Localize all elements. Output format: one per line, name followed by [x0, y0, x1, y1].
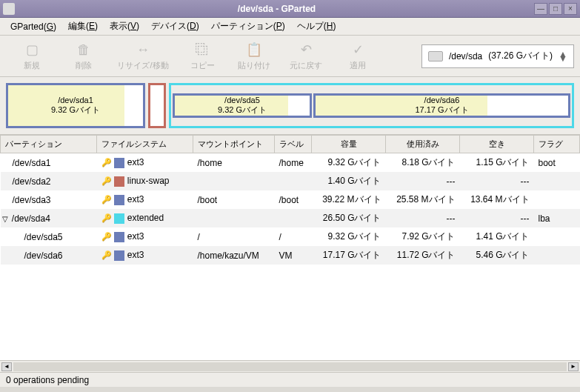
mount-point: /: [193, 227, 275, 246]
maximize-button[interactable]: □: [549, 3, 562, 15]
statusbar: 0 operations pending: [0, 372, 580, 387]
paste-button: 📋貼り付け: [228, 39, 280, 73]
device-name: /dev/sda: [449, 51, 482, 62]
size-value: 9.32 Gバイト: [312, 227, 386, 246]
header-filesystem[interactable]: ファイルシステム: [97, 136, 193, 153]
menu-gparted[interactable]: GParted(G): [6, 20, 61, 33]
partition-label: [275, 172, 312, 190]
fs-type: ext3: [127, 250, 144, 260]
partition-name: /dev/sda6: [24, 250, 63, 261]
partition-graphic: /dev/sda1 9.32 Gバイト /dev/sda5 9.32 Gバイト …: [0, 77, 580, 135]
used-value: ---: [386, 209, 460, 227]
check-icon: ✓: [349, 41, 367, 59]
flags-value: lba: [534, 209, 580, 227]
fs-color-swatch: [114, 250, 124, 261]
flags-value: [534, 172, 580, 190]
header-flags[interactable]: フラグ: [534, 136, 580, 153]
fs-color-swatch: [114, 232, 124, 242]
apply-button: ✓適用: [332, 39, 384, 73]
used-value: 25.58 Mバイト: [386, 190, 460, 209]
table-row[interactable]: /dev/sda5🔑 ext3//9.32 Gバイト7.92 Gバイト1.41 …: [1, 227, 580, 246]
resize-button: ↔リサイズ/移動: [110, 39, 176, 73]
table-header: パーティション ファイルシステム マウントポイント ラベル 容量 使用済み 空き…: [1, 136, 580, 153]
lock-icon: 🔑: [101, 213, 112, 222]
graphic-extended[interactable]: /dev/sda5 9.32 Gバイト /dev/sda6 17.17 Gバイト: [169, 83, 574, 128]
close-button[interactable]: ×: [564, 3, 577, 15]
menu-edit[interactable]: 編集(E): [64, 19, 102, 34]
horizontal-scrollbar[interactable]: ◄ ►: [0, 360, 580, 372]
size-value: 39.22 Mバイト: [312, 190, 386, 209]
fs-color-swatch: [114, 158, 124, 168]
disk-icon: [428, 51, 443, 62]
lock-icon: 🔑: [101, 158, 112, 167]
menu-view[interactable]: 表示(V): [105, 19, 144, 34]
graphic-sda6[interactable]: /dev/sda6 17.17 Gバイト: [313, 93, 570, 118]
table-row[interactable]: /dev/sda3🔑 ext3/boot/boot39.22 Mバイト25.58…: [1, 190, 580, 209]
titlebar: /dev/sda - GParted — □ ×: [0, 0, 580, 18]
menu-device[interactable]: デバイス(D): [147, 19, 204, 34]
fs-color-swatch: [114, 176, 124, 187]
partition-name: /dev/sda2: [13, 176, 51, 187]
graphic-sda1[interactable]: /dev/sda1 9.32 Gバイト: [6, 83, 145, 128]
table-row[interactable]: ▽ /dev/sda4🔑 extended26.50 Gバイト------lba: [1, 209, 580, 227]
paste-icon: 📋: [245, 41, 263, 59]
fs-color-swatch: [114, 195, 124, 205]
mount-point: /home/kazu/VM: [193, 246, 275, 265]
free-value: ---: [460, 172, 534, 190]
window-title: /dev/sda - GParted: [19, 4, 534, 14]
used-value: 11.72 Gバイト: [386, 246, 460, 265]
lock-icon: 🔑: [101, 195, 112, 204]
mount-point: /boot: [193, 190, 275, 209]
header-mountpoint[interactable]: マウントポイント: [193, 136, 275, 153]
partition-name: /dev/sda1: [13, 158, 51, 168]
flags-value: [534, 227, 580, 246]
menu-help[interactable]: ヘルプ(H): [293, 19, 341, 34]
header-free[interactable]: 空き: [460, 136, 534, 153]
copy-icon: ⿻: [193, 41, 211, 59]
trash-icon: 🗑: [75, 41, 93, 59]
lock-icon: 🔑: [101, 250, 112, 259]
size-value: 1.40 Gバイト: [312, 172, 386, 190]
scroll-track[interactable]: [13, 362, 567, 371]
free-value: 1.41 Gバイト: [460, 227, 534, 246]
used-value: ---: [386, 172, 460, 190]
graphic-swap[interactable]: [148, 83, 166, 128]
used-value: 8.18 Gバイト: [386, 153, 460, 173]
fs-type: extended: [127, 213, 164, 223]
menu-partition[interactable]: パーティション(P): [207, 19, 290, 34]
new-icon: ▢: [23, 41, 41, 59]
table-row[interactable]: /dev/sda6🔑 ext3/home/kazu/VMVM17.17 Gバイト…: [1, 246, 580, 265]
chevron-down-icon[interactable]: ▽: [2, 215, 10, 223]
partition-name: /dev/sda4: [12, 213, 50, 224]
minimize-button[interactable]: —: [534, 3, 547, 15]
mount-point: [193, 209, 275, 227]
resize-icon: ↔: [134, 41, 152, 59]
scroll-right-icon[interactable]: ►: [568, 362, 579, 371]
fs-type: ext3: [127, 157, 144, 167]
partition-label: /boot: [275, 190, 312, 209]
free-value: 5.46 Gバイト: [460, 246, 534, 265]
free-value: 1.15 Gバイト: [460, 153, 534, 173]
header-label[interactable]: ラベル: [275, 136, 312, 153]
mount-point: /home: [193, 153, 275, 173]
size-value: 17.17 Gバイト: [312, 246, 386, 265]
header-used[interactable]: 使用済み: [386, 136, 460, 153]
scroll-left-icon[interactable]: ◄: [1, 362, 12, 371]
lock-icon: 🔑: [101, 176, 112, 185]
table-row[interactable]: /dev/sda1🔑 ext3/home/home9.32 Gバイト8.18 G…: [1, 153, 580, 173]
graphic-sda5[interactable]: /dev/sda5 9.32 Gバイト: [173, 93, 312, 118]
fs-type: ext3: [127, 231, 144, 242]
undo-button: ↶元に戻す: [280, 39, 332, 73]
device-selector[interactable]: /dev/sda (37.26 Gバイト) ▲▼: [421, 44, 574, 68]
fs-type: ext3: [127, 194, 144, 205]
lock-icon: 🔑: [101, 232, 112, 241]
partition-name: /dev/sda3: [13, 195, 51, 205]
table-row[interactable]: /dev/sda2🔑 linux-swap1.40 Gバイト------: [1, 172, 580, 190]
header-size[interactable]: 容量: [312, 136, 386, 153]
undo-icon: ↶: [297, 41, 315, 59]
device-size: (37.26 Gバイト): [488, 50, 553, 62]
status-text: 0 operations pending: [6, 375, 89, 385]
header-partition[interactable]: パーティション: [1, 136, 97, 153]
partition-table: パーティション ファイルシステム マウントポイント ラベル 容量 使用済み 空き…: [0, 135, 580, 360]
fs-color-swatch: [114, 213, 124, 224]
